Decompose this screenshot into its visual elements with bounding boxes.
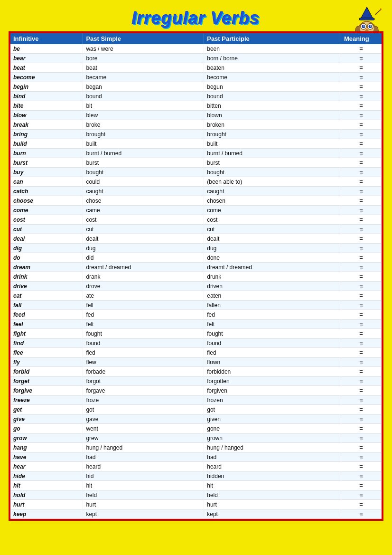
cell-infinitive: come	[10, 206, 83, 215]
cell-infinitive: forbid	[10, 367, 83, 376]
cell-past-simple: blew	[83, 111, 204, 120]
cell-infinitive: feed	[10, 310, 83, 320]
cell-infinitive: feel	[10, 320, 83, 329]
cell-infinitive: burn	[10, 149, 83, 158]
cell-past-simple: hurt	[83, 500, 204, 509]
cell-meaning: =	[341, 92, 382, 101]
cell-past-simple: fed	[83, 310, 204, 320]
cell-past-simple: burnt / burned	[83, 149, 204, 158]
table-row: burnburnt / burnedburnt / burned=	[10, 149, 382, 158]
cell-meaning: =	[341, 452, 382, 462]
cell-past-simple: bought	[83, 168, 204, 177]
cell-infinitive: begin	[10, 82, 83, 92]
table-row: digdugdug=	[10, 244, 382, 253]
cell-past-participle: heard	[204, 462, 341, 471]
table-row: forbidforbadeforbidden=	[10, 367, 382, 376]
cell-meaning: =	[341, 433, 382, 443]
cell-past-participle: begun	[204, 82, 341, 92]
cell-meaning: =	[341, 367, 382, 376]
cell-infinitive: hide	[10, 471, 83, 481]
table-row: fallfellfallen=	[10, 301, 382, 310]
cell-meaning: =	[341, 386, 382, 395]
cell-past-participle: become	[204, 73, 341, 82]
cell-infinitive: deal	[10, 234, 83, 244]
cell-past-participle: fought	[204, 329, 341, 339]
cell-past-simple: forbade	[83, 367, 204, 376]
cell-past-simple: got	[83, 405, 204, 414]
cell-infinitive: hold	[10, 490, 83, 500]
cell-past-simple: did	[83, 253, 204, 263]
table-row: fightfoughtfought=	[10, 329, 382, 339]
cell-past-simple: felt	[83, 320, 204, 329]
verb-table: Infinitive Past Simple Past Participle M…	[10, 33, 382, 519]
cell-past-participle: (been able to)	[204, 177, 341, 187]
cell-past-simple: chose	[83, 196, 204, 206]
header-meaning: Meaning	[341, 33, 382, 44]
cell-past-participle: hung / hanged	[204, 443, 341, 452]
cell-meaning: =	[341, 272, 382, 282]
cell-past-simple: went	[83, 424, 204, 433]
cell-meaning: =	[341, 462, 382, 471]
cell-past-participle: bought	[204, 168, 341, 177]
cell-infinitive: find	[10, 339, 83, 348]
cell-past-simple: was / were	[83, 44, 204, 54]
cell-past-simple: hid	[83, 471, 204, 481]
table-row: dodiddone=	[10, 253, 382, 263]
table-row: beatbeatbeaten=	[10, 63, 382, 73]
cell-past-simple: fought	[83, 329, 204, 339]
cell-past-simple: burst	[83, 158, 204, 168]
cell-infinitive: hit	[10, 481, 83, 490]
table-row: catchcaughtcaught=	[10, 187, 382, 196]
cell-meaning: =	[341, 234, 382, 244]
cell-past-participle: dug	[204, 244, 341, 253]
table-row: hanghung / hangedhung / hanged=	[10, 443, 382, 452]
svg-line-24	[375, 9, 381, 15]
cell-past-simple: heard	[83, 462, 204, 471]
cell-meaning: =	[341, 282, 382, 291]
cell-infinitive: fly	[10, 357, 83, 367]
cell-past-simple: kept	[83, 509, 204, 519]
table-row: bindboundbound=	[10, 92, 382, 101]
cell-meaning: =	[341, 177, 382, 187]
cell-infinitive: get	[10, 405, 83, 414]
cell-past-participle: found	[204, 339, 341, 348]
cell-meaning: =	[341, 139, 382, 149]
cell-past-simple: ate	[83, 291, 204, 301]
table-row: findfoundfound=	[10, 339, 382, 348]
cell-past-participle: broken	[204, 120, 341, 130]
cell-past-simple: cost	[83, 215, 204, 225]
cell-past-simple: hung / hanged	[83, 443, 204, 452]
cell-past-simple: flew	[83, 357, 204, 367]
cell-past-participle: hit	[204, 481, 341, 490]
cell-past-simple: dreamt / dreamed	[83, 263, 204, 272]
cell-past-participle: brought	[204, 130, 341, 139]
table-row: drinkdrankdrunk=	[10, 272, 382, 282]
cell-past-participle: dreamt / dreamed	[204, 263, 341, 272]
cell-past-participle: held	[204, 490, 341, 500]
cell-past-simple: came	[83, 206, 204, 215]
cell-infinitive: blow	[10, 111, 83, 120]
cell-past-participle: cost	[204, 215, 341, 225]
cell-meaning: =	[341, 414, 382, 424]
table-row: freezefrozefrozen=	[10, 395, 382, 405]
table-row: cancould(been able to)=	[10, 177, 382, 187]
cell-past-participle: bitten	[204, 101, 341, 111]
cell-past-participle: blown	[204, 111, 341, 120]
cell-meaning: =	[341, 310, 382, 320]
cell-meaning: =	[341, 424, 382, 433]
cell-past-simple: dealt	[83, 234, 204, 244]
cell-past-simple: found	[83, 339, 204, 348]
cell-meaning: =	[341, 63, 382, 73]
table-row: buyboughtbought=	[10, 168, 382, 177]
table-row: gowentgone=	[10, 424, 382, 433]
cell-meaning: =	[341, 500, 382, 509]
cell-past-simple: brought	[83, 130, 204, 139]
cell-past-participle: built	[204, 139, 341, 149]
cell-infinitive: bear	[10, 54, 83, 63]
cell-infinitive: flee	[10, 348, 83, 357]
cell-past-simple: cut	[83, 225, 204, 234]
table-row: forgiveforgaveforgiven=	[10, 386, 382, 395]
cell-past-participle: cut	[204, 225, 341, 234]
table-row: burstburstburst=	[10, 158, 382, 168]
cell-infinitive: catch	[10, 187, 83, 196]
